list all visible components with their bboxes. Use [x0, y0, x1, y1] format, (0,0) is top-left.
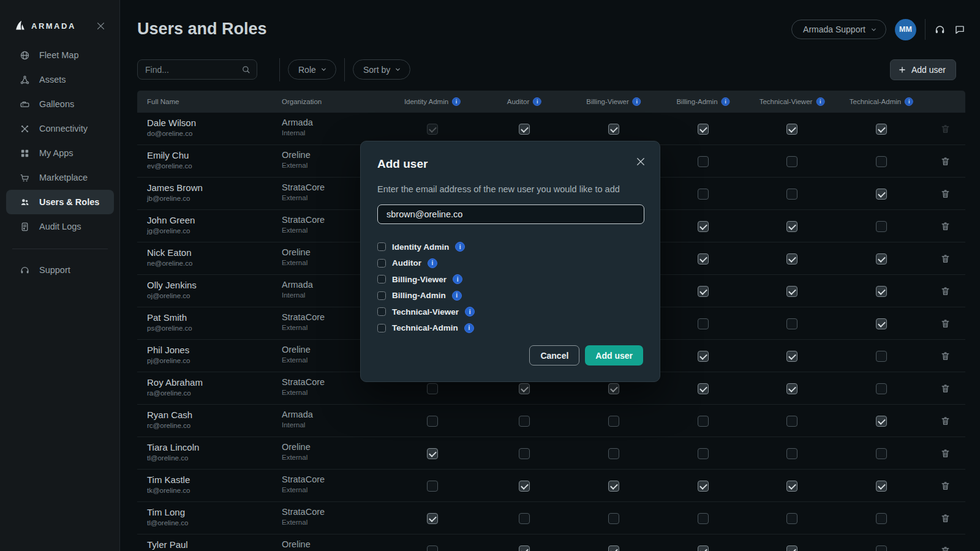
- checkbox-auditor[interactable]: [377, 259, 386, 268]
- sort-by-button[interactable]: Sort by: [353, 59, 410, 80]
- tenant-selector[interactable]: Armada Support: [791, 20, 886, 39]
- checkbox-technical-viewer[interactable]: [786, 221, 797, 232]
- info-icon[interactable]: i: [453, 274, 462, 284]
- checkbox-identity-admin[interactable]: [427, 545, 438, 551]
- checkbox-billing-viewer[interactable]: [377, 275, 386, 283]
- checkbox-technical-viewer[interactable]: [786, 448, 797, 459]
- cancel-button[interactable]: Cancel: [529, 345, 579, 365]
- delete-user-icon[interactable]: [940, 502, 951, 534]
- checkbox-technical-viewer[interactable]: [786, 545, 797, 551]
- checkbox-identity-admin[interactable]: [427, 481, 438, 492]
- delete-user-icon[interactable]: [940, 437, 951, 470]
- checkbox-technical-viewer[interactable]: [786, 351, 797, 362]
- checkbox-technical-admin[interactable]: [876, 416, 887, 427]
- checkbox-auditor[interactable]: [519, 124, 530, 135]
- delete-user-icon[interactable]: [940, 178, 951, 210]
- checkbox-technical-admin[interactable]: [876, 351, 887, 362]
- delete-user-icon[interactable]: [940, 405, 951, 437]
- checkbox-technical-admin[interactable]: [876, 545, 887, 551]
- checkbox-identity-admin[interactable]: [427, 416, 438, 427]
- checkbox-auditor[interactable]: [519, 448, 530, 459]
- checkbox-technical-admin[interactable]: [377, 324, 386, 332]
- delete-user-icon[interactable]: [940, 242, 951, 275]
- sidebar-item-connectivity[interactable]: Connectivity: [6, 116, 114, 141]
- checkbox-billing-admin[interactable]: [698, 481, 709, 492]
- modal-close-icon[interactable]: [635, 156, 646, 167]
- delete-user-icon[interactable]: [940, 210, 951, 242]
- checkbox-billing-admin[interactable]: [698, 351, 709, 362]
- checkbox-technical-viewer[interactable]: [786, 481, 797, 492]
- checkbox-technical-admin[interactable]: [876, 253, 887, 264]
- info-icon[interactable]: i: [633, 97, 641, 106]
- checkbox-identity-admin[interactable]: [427, 513, 438, 524]
- add-user-button[interactable]: Add user: [890, 59, 956, 80]
- search-input[interactable]: [145, 65, 241, 75]
- checkbox-technical-admin[interactable]: [876, 124, 887, 135]
- info-icon[interactable]: i: [722, 97, 730, 106]
- checkbox-billing-viewer[interactable]: [608, 124, 619, 135]
- delete-user-icon[interactable]: [940, 275, 951, 307]
- info-icon[interactable]: i: [533, 97, 541, 106]
- role-filter-button[interactable]: Role: [288, 59, 336, 80]
- delete-user-icon[interactable]: [940, 534, 951, 551]
- checkbox-billing-admin[interactable]: [698, 286, 709, 297]
- info-icon[interactable]: i: [905, 97, 913, 106]
- checkbox-technical-viewer[interactable]: [786, 124, 797, 135]
- checkbox-auditor[interactable]: [519, 545, 530, 551]
- info-icon[interactable]: i: [452, 291, 462, 301]
- delete-user-icon[interactable]: [940, 307, 951, 340]
- sidebar-item-assets[interactable]: Assets: [6, 67, 114, 92]
- checkbox-technical-admin[interactable]: [876, 383, 887, 394]
- support-headset-icon[interactable]: [934, 24, 946, 36]
- delete-user-icon[interactable]: [940, 372, 951, 405]
- checkbox-auditor[interactable]: [519, 481, 530, 492]
- checkbox-technical-viewer[interactable]: [377, 307, 386, 316]
- info-icon[interactable]: i: [452, 97, 461, 106]
- checkbox-billing-admin[interactable]: [698, 221, 709, 232]
- delete-user-icon[interactable]: [940, 145, 951, 178]
- checkbox-billing-admin[interactable]: [698, 383, 709, 394]
- info-icon[interactable]: i: [455, 242, 465, 252]
- checkbox-billing-admin[interactable]: [377, 291, 386, 300]
- modal-add-user-button[interactable]: Add user: [585, 345, 643, 365]
- delete-user-icon[interactable]: [940, 340, 951, 372]
- sidebar-item-my-apps[interactable]: My Apps: [6, 141, 114, 165]
- checkbox-technical-admin[interactable]: [876, 189, 887, 200]
- checkbox-billing-admin[interactable]: [698, 448, 709, 459]
- checkbox-technical-admin[interactable]: [876, 221, 887, 232]
- checkbox-technical-admin[interactable]: [876, 318, 887, 329]
- checkbox-identity-admin[interactable]: [377, 242, 386, 251]
- checkbox-auditor[interactable]: [519, 383, 530, 394]
- checkbox-billing-viewer[interactable]: [608, 383, 619, 394]
- info-icon[interactable]: i: [465, 307, 475, 317]
- checkbox-billing-admin[interactable]: [698, 189, 709, 200]
- checkbox-billing-admin[interactable]: [698, 253, 709, 264]
- checkbox-billing-admin[interactable]: [698, 416, 709, 427]
- checkbox-billing-admin[interactable]: [698, 124, 709, 135]
- sidebar-close-icon[interactable]: [96, 21, 106, 31]
- checkbox-technical-admin[interactable]: [876, 448, 887, 459]
- avatar[interactable]: MM: [895, 19, 916, 40]
- checkbox-billing-viewer[interactable]: [608, 513, 619, 524]
- checkbox-billing-admin[interactable]: [698, 156, 709, 167]
- checkbox-technical-viewer[interactable]: [786, 318, 797, 329]
- sidebar-item-marketplace[interactable]: Marketplace: [6, 165, 114, 190]
- sidebar-item-galleons[interactable]: Galleons: [6, 92, 114, 116]
- checkbox-technical-admin[interactable]: [876, 286, 887, 297]
- checkbox-auditor[interactable]: [519, 416, 530, 427]
- checkbox-billing-admin[interactable]: [698, 513, 709, 524]
- checkbox-technical-admin[interactable]: [876, 513, 887, 524]
- sidebar-item-fleet-map[interactable]: Fleet Map: [6, 43, 114, 67]
- info-icon[interactable]: i: [464, 323, 474, 333]
- checkbox-billing-admin[interactable]: [698, 545, 709, 551]
- email-field[interactable]: [377, 204, 644, 224]
- sidebar-item-support[interactable]: Support: [6, 258, 114, 282]
- delete-user-icon[interactable]: [940, 470, 951, 502]
- checkbox-identity-admin[interactable]: [427, 383, 438, 394]
- checkbox-technical-viewer[interactable]: [786, 383, 797, 394]
- checkbox-billing-viewer[interactable]: [608, 416, 619, 427]
- sidebar-item-users-roles[interactable]: Users & Roles: [6, 190, 114, 214]
- sidebar-item-audit-logs[interactable]: Audit Logs: [6, 214, 114, 239]
- checkbox-identity-admin[interactable]: [427, 448, 438, 459]
- checkbox-technical-viewer[interactable]: [786, 416, 797, 427]
